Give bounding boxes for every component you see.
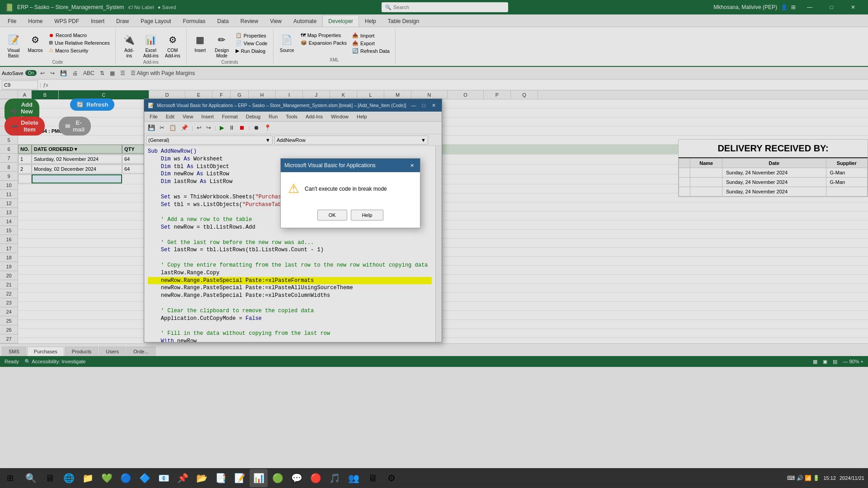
dialog-warning-icon: ⚠: [288, 181, 299, 196]
dialog-ok-button[interactable]: OK: [317, 210, 347, 221]
dialog-buttons: OK Help: [281, 205, 420, 228]
taskbar-edge2[interactable]: 🔷: [136, 469, 154, 487]
taskbar-date: 2024/11/21: [840, 475, 864, 481]
dialog-title: Microsoft Visual Basic for Applications: [284, 162, 376, 169]
taskbar-app2[interactable]: 💬: [288, 469, 306, 487]
dialog-help-button[interactable]: Help: [351, 210, 384, 221]
taskbar-pdf[interactable]: 📑: [212, 469, 230, 487]
dialog-titlebar: Microsoft Visual Basic for Applications …: [281, 159, 420, 172]
taskbar-task-view[interactable]: 🖥: [41, 469, 59, 487]
taskbar-chrome[interactable]: 🔵: [117, 469, 135, 487]
taskbar-app4[interactable]: 🎵: [326, 469, 344, 487]
taskbar-time: 15:12: [823, 475, 836, 481]
taskbar-pin[interactable]: 📌: [174, 469, 192, 487]
taskbar-heart[interactable]: 💚: [98, 469, 116, 487]
start-button[interactable]: ⊞: [0, 468, 20, 488]
taskbar-outlook[interactable]: 📧: [155, 469, 173, 487]
taskbar-right: ⌨ 🔊 📶 🔋 15:12 2024/11/21: [787, 475, 868, 481]
dialog-box: Microsoft Visual Basic for Applications …: [280, 158, 420, 228]
taskbar-app3[interactable]: 🔴: [307, 469, 325, 487]
dialog-overlay: Microsoft Visual Basic for Applications …: [0, 0, 868, 488]
taskbar-app5[interactable]: 🖥: [363, 469, 382, 487]
taskbar-app1[interactable]: 🟢: [269, 469, 287, 487]
dialog-content: ⚠ Can't execute code in break mode: [281, 172, 420, 205]
taskbar-teams[interactable]: 👥: [344, 469, 363, 487]
dialog-message: Can't execute code in break mode: [305, 186, 387, 192]
taskbar-app6[interactable]: ⚙: [382, 469, 401, 487]
taskbar-edge[interactable]: 🌐: [60, 469, 78, 487]
taskbar-excel[interactable]: 📊: [250, 469, 268, 487]
taskbar-word[interactable]: 📝: [231, 469, 249, 487]
windows-icon: ⊞: [7, 473, 14, 483]
taskbar-explorer[interactable]: 📁: [79, 469, 97, 487]
taskbar-items: 🔍 🖥 🌐 📁 💚 🔵 🔷 📧 📌 📂 📑 📝 📊 🟢 💬 🔴 🎵 👥 🖥 ⚙: [20, 469, 787, 487]
dialog-close-button[interactable]: ✕: [407, 161, 416, 169]
taskbar: ⊞ 🔍 🖥 🌐 📁 💚 🔵 🔷 📧 📌 📂 📑 📝 📊 🟢 💬 🔴 🎵 👥 🖥 …: [0, 468, 868, 488]
taskbar-files[interactable]: 📂: [193, 469, 211, 487]
taskbar-search[interactable]: 🔍: [22, 469, 40, 487]
taskbar-icons: ⌨ 🔊 📶 🔋: [787, 475, 820, 481]
